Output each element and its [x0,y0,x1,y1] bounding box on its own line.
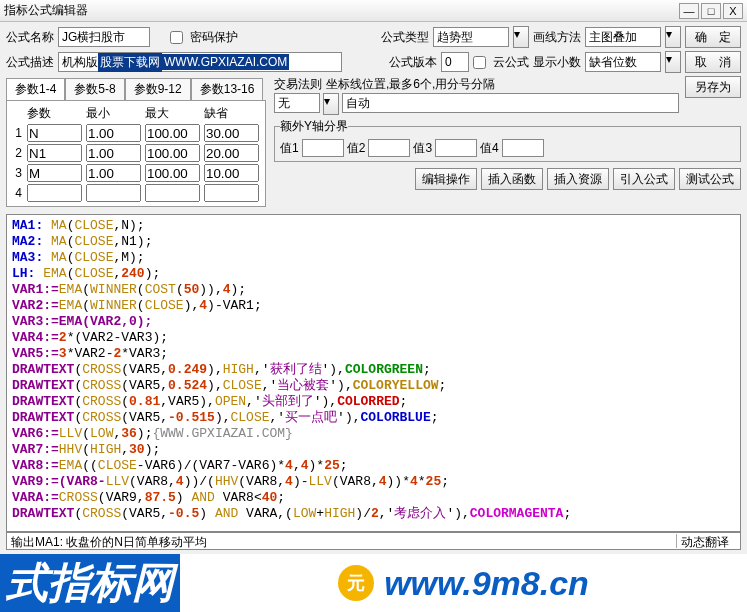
label-extra-y: 额外Y轴分界 [280,118,348,135]
label-version: 公式版本 [389,54,437,71]
draw-select[interactable] [585,27,661,47]
param-min-input[interactable] [86,124,141,142]
name-input[interactable] [58,27,150,47]
minimize-button[interactable]: — [679,3,699,19]
param-def-input[interactable] [204,164,259,182]
banner-left: 式指标网 [0,554,180,612]
maximize-button[interactable]: □ [701,3,721,19]
param-name-input[interactable] [27,124,82,142]
label-cloud: 云公式 [493,54,529,71]
desc-input[interactable]: 机构版 股票下载网 WWW.GPXIAZAI.COM [58,52,342,72]
param-col-def: 缺省 [202,104,261,123]
param-min-input[interactable] [86,184,141,202]
param-col-name: 参数 [25,104,84,123]
param-min-input[interactable] [86,144,141,162]
status-bar: 输出MA1: 收盘价的N日简单移动平均 动态翻译 [6,532,741,550]
cancel-button[interactable]: 取 消 [685,51,741,73]
insert-resource-button[interactable]: 插入资源 [547,168,609,190]
param-name-input[interactable] [27,144,82,162]
version-input[interactable] [441,52,469,72]
draw-dropdown-icon[interactable]: ▾ [665,26,681,48]
tab-params-9-12[interactable]: 参数9-12 [125,78,191,100]
param-max-input[interactable] [145,144,200,162]
param-panel: 参数 最小 最大 缺省 1 2 3 4 [6,100,266,207]
banner-url: www.9m8.cn [384,564,589,603]
y4-input[interactable] [502,139,544,157]
param-name-input[interactable] [27,164,82,182]
status-translate: 动态翻译 [676,534,736,548]
param-max-input[interactable] [145,124,200,142]
param-row: 4 [11,183,261,203]
rule-select[interactable] [274,93,320,113]
label-draw: 画线方法 [533,29,581,46]
type-dropdown-icon[interactable]: ▾ [513,26,529,48]
banner-logo-icon: 元 [338,565,374,601]
param-name-input[interactable] [27,184,82,202]
edit-op-button[interactable]: 编辑操作 [415,168,477,190]
extra-y-group: 额外Y轴分界 值1 值2 值3 值4 [274,118,741,162]
y1-input[interactable] [302,139,344,157]
status-text: 输出MA1: 收盘价的N日简单移动平均 [11,534,676,548]
titlebar: 指标公式编辑器 — □ X [0,0,747,22]
param-col-max: 最大 [143,104,202,123]
param-row: 1 [11,123,261,143]
watermark-banner: 式指标网 元 www.9m8.cn [0,554,747,612]
param-max-input[interactable] [145,184,200,202]
param-def-input[interactable] [204,144,259,162]
insert-function-button[interactable]: 插入函数 [481,168,543,190]
param-col-min: 最小 [84,104,143,123]
label-coord-hint: 坐标线位置,最多6个,用分号分隔 [326,76,679,93]
param-tabs: 参数1-4 参数5-8 参数9-12 参数13-16 [6,78,266,100]
label-name: 公式名称 [6,29,54,46]
tab-params-1-4[interactable]: 参数1-4 [6,78,65,100]
y3-input[interactable] [435,139,477,157]
saveas-button[interactable]: 另存为 [685,76,741,98]
type-select[interactable] [433,27,509,47]
ok-button[interactable]: 确 定 [685,26,741,48]
param-row: 2 [11,143,261,163]
window-title: 指标公式编辑器 [4,2,677,19]
decimal-dropdown-icon[interactable]: ▾ [665,51,681,73]
label-type: 公式类型 [381,29,429,46]
label-decimal: 显示小数 [533,54,581,71]
y2-input[interactable] [368,139,410,157]
param-def-input[interactable] [204,184,259,202]
decimal-select[interactable] [585,52,661,72]
cloud-checkbox[interactable] [473,56,486,69]
param-max-input[interactable] [145,164,200,182]
import-formula-button[interactable]: 引入公式 [613,168,675,190]
param-def-input[interactable] [204,124,259,142]
coord-input[interactable] [342,93,679,113]
tab-params-5-8[interactable]: 参数5-8 [65,78,124,100]
label-trade-rule: 交易法则 [274,76,322,93]
label-desc: 公式描述 [6,54,54,71]
test-formula-button[interactable]: 测试公式 [679,168,741,190]
password-checkbox[interactable] [170,31,183,44]
param-row: 3 [11,163,261,183]
rule-dropdown-icon[interactable]: ▾ [323,93,339,115]
label-password: 密码保护 [190,29,238,46]
close-button[interactable]: X [723,3,743,19]
tab-params-13-16[interactable]: 参数13-16 [191,78,264,100]
code-editor[interactable]: MA1: MA(CLOSE,N); MA2: MA(CLOSE,N1); MA3… [6,214,741,532]
param-min-input[interactable] [86,164,141,182]
